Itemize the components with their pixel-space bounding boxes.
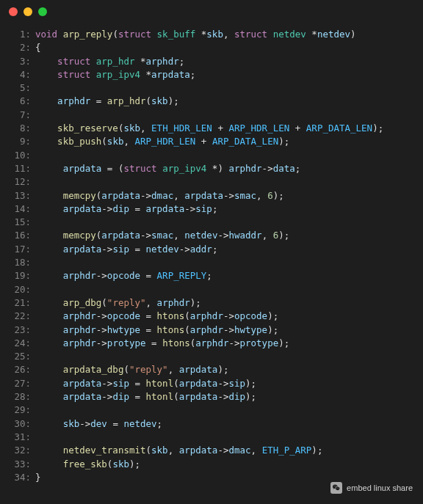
line-number: 29: bbox=[4, 403, 35, 417]
code-row: 7: bbox=[4, 109, 420, 122]
line-number: 11: bbox=[4, 162, 35, 175]
code-row: 24: arphdr->protype = htons(arphdr->prot… bbox=[4, 337, 420, 350]
code-line: void arp_reply(struct sk_buff *skb, stru… bbox=[35, 28, 356, 41]
line-number: 19: bbox=[4, 269, 35, 282]
code-row: 23: arphdr->hwtype = htons(arphdr->hwtyp… bbox=[4, 324, 420, 337]
code-line: arphdr = arp_hdr(skb); bbox=[35, 95, 179, 108]
line-number: 32: bbox=[4, 444, 35, 457]
code-line: arpdata->sip = htonl(arpdata->sip); bbox=[35, 377, 256, 390]
code-line: arphdr->protype = htons(arphdr->protype)… bbox=[35, 337, 289, 350]
code-line: skb_reserve(skb, ETH_HDR_LEN + ARP_HDR_L… bbox=[35, 122, 383, 135]
code-row: 21: arp_dbg("reply", arphdr); bbox=[4, 296, 420, 310]
watermark: embed linux share bbox=[330, 482, 413, 494]
line-number: 17: bbox=[4, 243, 35, 256]
code-line: free_skb(skb); bbox=[35, 458, 140, 471]
code-line: skb_push(skb, ARP_HDR_LEN + ARP_DATA_LEN… bbox=[35, 135, 289, 148]
window-titlebar bbox=[0, 0, 423, 23]
maximize-icon[interactable] bbox=[38, 7, 47, 16]
code-row: 1:void arp_reply(struct sk_buff *skb, st… bbox=[4, 28, 420, 41]
code-line: struct arp_ipv4 *arpdata; bbox=[35, 68, 195, 81]
line-number: 24: bbox=[4, 337, 35, 350]
code-line: arphdr->opcode = htons(arphdr->opcode); bbox=[35, 310, 278, 323]
line-number: 25: bbox=[4, 350, 35, 363]
code-line: arpdata->dip = arpdata->sip; bbox=[35, 202, 217, 216]
code-line: struct arp_hdr *arphdr; bbox=[35, 55, 184, 68]
code-row: 30: skb->dev = netdev; bbox=[4, 417, 420, 431]
code-row: 25: bbox=[4, 350, 420, 363]
code-row: 9: skb_push(skb, ARP_HDR_LEN + ARP_DATA_… bbox=[4, 135, 420, 148]
code-row: 6: arphdr = arp_hdr(skb); bbox=[4, 95, 420, 108]
line-number: 2: bbox=[4, 41, 35, 54]
line-number: 16: bbox=[4, 229, 35, 242]
code-line: arphdr->opcode = ARP_REPLY; bbox=[35, 269, 212, 282]
line-number: 21: bbox=[4, 296, 35, 310]
line-number: 7: bbox=[4, 109, 35, 122]
code-row: 10: bbox=[4, 149, 420, 162]
code-row: 32: netdev_transmit(skb, arpdata->dmac, … bbox=[4, 444, 420, 457]
minimize-icon[interactable] bbox=[24, 7, 32, 16]
line-number: 1: bbox=[4, 28, 35, 41]
code-row: 16: memcpy(arpdata->smac, netdev->hwaddr… bbox=[4, 229, 420, 242]
line-number: 4: bbox=[4, 68, 35, 81]
line-number: 31: bbox=[4, 431, 35, 444]
code-row: 4: struct arp_ipv4 *arpdata; bbox=[4, 68, 420, 81]
line-number: 8: bbox=[4, 122, 35, 135]
line-number: 20: bbox=[4, 283, 35, 296]
code-line: memcpy(arpdata->dmac, arpdata->smac, 6); bbox=[35, 189, 284, 202]
line-number: 3: bbox=[4, 55, 35, 68]
code-line: memcpy(arpdata->smac, netdev->hwaddr, 6)… bbox=[35, 229, 289, 242]
line-number: 12: bbox=[4, 175, 35, 189]
wechat-icon bbox=[330, 482, 342, 494]
code-row: 28: arpdata->dip = htonl(arpdata->dip); bbox=[4, 390, 420, 403]
code-line: arpdata->dip = htonl(arpdata->dip); bbox=[35, 390, 256, 403]
line-number: 27: bbox=[4, 377, 35, 390]
code-row: 26: arpdata_dbg("reply", arpdata); bbox=[4, 363, 420, 376]
line-number: 33: bbox=[4, 458, 35, 471]
close-icon[interactable] bbox=[9, 7, 18, 16]
code-row: 8: skb_reserve(skb, ETH_HDR_LEN + ARP_HD… bbox=[4, 122, 420, 135]
line-number: 10: bbox=[4, 149, 35, 162]
code-row: 13: memcpy(arpdata->dmac, arpdata->smac,… bbox=[4, 189, 420, 202]
code-line: } bbox=[35, 471, 41, 484]
code-row: 14: arpdata->dip = arpdata->sip; bbox=[4, 202, 420, 216]
line-number: 22: bbox=[4, 310, 35, 323]
line-number: 6: bbox=[4, 95, 35, 108]
line-number: 5: bbox=[4, 81, 35, 95]
code-row: 12: bbox=[4, 175, 420, 189]
watermark-text: embed linux share bbox=[347, 483, 413, 492]
line-number: 15: bbox=[4, 216, 35, 229]
code-row: 27: arpdata->sip = htonl(arpdata->sip); bbox=[4, 377, 420, 390]
code-row: 20: bbox=[4, 283, 420, 296]
code-row: 17: arpdata->sip = netdev->addr; bbox=[4, 243, 420, 256]
line-number: 14: bbox=[4, 202, 35, 216]
code-line: arpdata = (struct arp_ipv4 *) arphdr->da… bbox=[35, 162, 300, 175]
code-line: { bbox=[35, 41, 41, 54]
code-line: arpdata->sip = netdev->addr; bbox=[35, 243, 217, 256]
code-area: 1:void arp_reply(struct sk_buff *skb, st… bbox=[0, 23, 423, 484]
code-window: 1:void arp_reply(struct sk_buff *skb, st… bbox=[0, 0, 423, 504]
code-row: 11: arpdata = (struct arp_ipv4 *) arphdr… bbox=[4, 162, 420, 175]
line-number: 9: bbox=[4, 135, 35, 148]
code-line: arpdata_dbg("reply", arpdata); bbox=[35, 363, 228, 376]
code-row: 5: bbox=[4, 81, 420, 95]
code-row: 18: bbox=[4, 256, 420, 269]
code-row: 15: bbox=[4, 216, 420, 229]
line-number: 28: bbox=[4, 390, 35, 403]
code-line: arphdr->hwtype = htons(arphdr->hwtype); bbox=[35, 324, 278, 337]
code-line: arp_dbg("reply", arphdr); bbox=[35, 296, 201, 310]
code-row: 2:{ bbox=[4, 41, 420, 54]
code-line: skb->dev = netdev; bbox=[35, 417, 162, 431]
line-number: 18: bbox=[4, 256, 35, 269]
line-number: 30: bbox=[4, 417, 35, 431]
code-row: 19: arphdr->opcode = ARP_REPLY; bbox=[4, 269, 420, 282]
code-line: netdev_transmit(skb, arpdata->dmac, ETH_… bbox=[35, 444, 322, 457]
code-row: 33: free_skb(skb); bbox=[4, 458, 420, 471]
code-row: 22: arphdr->opcode = htons(arphdr->opcod… bbox=[4, 310, 420, 323]
line-number: 23: bbox=[4, 324, 35, 337]
code-row: 3: struct arp_hdr *arphdr; bbox=[4, 55, 420, 68]
code-row: 31: bbox=[4, 431, 420, 444]
code-row: 29: bbox=[4, 403, 420, 417]
line-number: 34: bbox=[4, 471, 35, 484]
line-number: 26: bbox=[4, 363, 35, 376]
line-number: 13: bbox=[4, 189, 35, 202]
